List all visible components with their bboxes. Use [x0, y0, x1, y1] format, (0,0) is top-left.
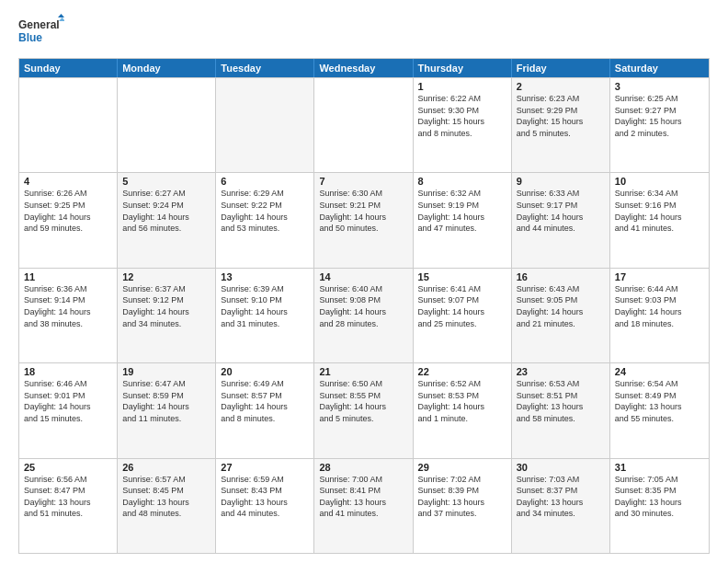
calendar-row-4: 18Sunrise: 6:46 AMSunset: 9:01 PMDayligh…	[19, 362, 709, 457]
logo: General Blue	[18, 14, 64, 51]
day-number: 14	[319, 271, 407, 282]
day-number: 9	[517, 176, 605, 187]
day-info: Sunrise: 6:49 AMSunset: 8:57 PMDaylight:…	[221, 378, 309, 424]
calendar-cell: 31Sunrise: 7:05 AMSunset: 8:35 PMDayligh…	[610, 459, 709, 553]
calendar-body: 1Sunrise: 6:22 AMSunset: 9:30 PMDaylight…	[19, 77, 709, 553]
day-number: 20	[221, 366, 309, 377]
day-number: 8	[418, 176, 506, 187]
day-info: Sunrise: 6:27 AMSunset: 9:24 PMDaylight:…	[122, 188, 210, 234]
day-number: 17	[615, 271, 704, 282]
weekday-header-thursday: Thursday	[414, 59, 512, 77]
calendar-cell	[19, 78, 118, 172]
day-info: Sunrise: 6:47 AMSunset: 8:59 PMDaylight:…	[122, 378, 210, 424]
day-info: Sunrise: 6:25 AMSunset: 9:27 PMDaylight:…	[615, 93, 704, 139]
day-number: 6	[221, 176, 309, 187]
day-number: 27	[221, 462, 309, 473]
weekday-header-friday: Friday	[512, 59, 610, 77]
day-number: 5	[122, 176, 210, 187]
calendar-cell: 15Sunrise: 6:41 AMSunset: 9:07 PMDayligh…	[414, 269, 512, 362]
day-number: 19	[122, 366, 210, 377]
calendar-cell: 6Sunrise: 6:29 AMSunset: 9:22 PMDaylight…	[216, 173, 314, 267]
day-info: Sunrise: 6:30 AMSunset: 9:21 PMDaylight:…	[319, 188, 407, 234]
calendar-cell: 26Sunrise: 6:57 AMSunset: 8:45 PMDayligh…	[118, 459, 216, 553]
day-info: Sunrise: 6:22 AMSunset: 9:30 PMDaylight:…	[418, 93, 506, 139]
day-info: Sunrise: 6:53 AMSunset: 8:51 PMDaylight:…	[517, 378, 605, 424]
day-number: 30	[517, 462, 605, 473]
calendar-cell: 29Sunrise: 7:02 AMSunset: 8:39 PMDayligh…	[414, 459, 512, 553]
calendar-cell: 4Sunrise: 6:26 AMSunset: 9:25 PMDaylight…	[19, 173, 118, 267]
calendar-cell: 27Sunrise: 6:59 AMSunset: 8:43 PMDayligh…	[216, 459, 314, 553]
day-info: Sunrise: 6:43 AMSunset: 9:05 PMDaylight:…	[517, 283, 605, 329]
svg-marker-3	[59, 17, 64, 21]
weekday-header-tuesday: Tuesday	[216, 59, 314, 77]
day-info: Sunrise: 6:34 AMSunset: 9:16 PMDaylight:…	[615, 188, 704, 234]
day-info: Sunrise: 7:05 AMSunset: 8:35 PMDaylight:…	[615, 474, 704, 520]
calendar-cell: 14Sunrise: 6:40 AMSunset: 9:08 PMDayligh…	[314, 269, 413, 362]
day-number: 26	[122, 462, 210, 473]
page: General Blue SundayMondayTuesdayWednesda…	[0, 0, 728, 563]
day-number: 31	[615, 462, 704, 473]
day-number: 4	[24, 176, 112, 187]
calendar-cell: 24Sunrise: 6:54 AMSunset: 8:49 PMDayligh…	[610, 363, 709, 457]
calendar-row-1: 1Sunrise: 6:22 AMSunset: 9:30 PMDaylight…	[19, 77, 709, 172]
calendar: SundayMondayTuesdayWednesdayThursdayFrid…	[18, 58, 710, 554]
calendar-cell: 1Sunrise: 6:22 AMSunset: 9:30 PMDaylight…	[414, 78, 512, 172]
svg-text:Blue: Blue	[18, 31, 42, 44]
day-info: Sunrise: 6:54 AMSunset: 8:49 PMDaylight:…	[615, 378, 704, 424]
day-info: Sunrise: 6:39 AMSunset: 9:10 PMDaylight:…	[221, 283, 309, 329]
day-info: Sunrise: 6:32 AMSunset: 9:19 PMDaylight:…	[418, 188, 506, 234]
logo-svg: General Blue	[18, 14, 64, 51]
calendar-row-3: 11Sunrise: 6:36 AMSunset: 9:14 PMDayligh…	[19, 268, 709, 362]
day-number: 28	[319, 462, 407, 473]
calendar-cell: 23Sunrise: 6:53 AMSunset: 8:51 PMDayligh…	[512, 363, 610, 457]
day-info: Sunrise: 6:40 AMSunset: 9:08 PMDaylight:…	[319, 283, 407, 329]
day-number: 1	[418, 81, 506, 92]
day-number: 13	[221, 271, 309, 282]
day-info: Sunrise: 7:02 AMSunset: 8:39 PMDaylight:…	[418, 474, 506, 520]
day-info: Sunrise: 6:33 AMSunset: 9:17 PMDaylight:…	[517, 188, 605, 234]
day-info: Sunrise: 6:56 AMSunset: 8:47 PMDaylight:…	[24, 474, 112, 520]
calendar-cell: 17Sunrise: 6:44 AMSunset: 9:03 PMDayligh…	[610, 269, 709, 362]
calendar-cell: 9Sunrise: 6:33 AMSunset: 9:17 PMDaylight…	[512, 173, 610, 267]
calendar-cell: 10Sunrise: 6:34 AMSunset: 9:16 PMDayligh…	[610, 173, 709, 267]
calendar-cell: 18Sunrise: 6:46 AMSunset: 9:01 PMDayligh…	[19, 363, 118, 457]
day-number: 2	[517, 81, 605, 92]
day-number: 10	[615, 176, 704, 187]
day-number: 22	[418, 366, 506, 377]
day-info: Sunrise: 6:59 AMSunset: 8:43 PMDaylight:…	[221, 474, 309, 520]
svg-marker-2	[58, 14, 64, 17]
day-info: Sunrise: 6:23 AMSunset: 9:29 PMDaylight:…	[517, 93, 605, 139]
day-info: Sunrise: 6:36 AMSunset: 9:14 PMDaylight:…	[24, 283, 112, 329]
day-info: Sunrise: 6:44 AMSunset: 9:03 PMDaylight:…	[615, 283, 704, 329]
day-info: Sunrise: 6:41 AMSunset: 9:07 PMDaylight:…	[418, 283, 506, 329]
day-info: Sunrise: 6:37 AMSunset: 9:12 PMDaylight:…	[122, 283, 210, 329]
day-info: Sunrise: 6:52 AMSunset: 8:53 PMDaylight:…	[418, 378, 506, 424]
day-info: Sunrise: 6:50 AMSunset: 8:55 PMDaylight:…	[319, 378, 407, 424]
calendar-row-5: 25Sunrise: 6:56 AMSunset: 8:47 PMDayligh…	[19, 458, 709, 553]
calendar-cell: 3Sunrise: 6:25 AMSunset: 9:27 PMDaylight…	[610, 78, 709, 172]
calendar-cell: 30Sunrise: 7:03 AMSunset: 8:37 PMDayligh…	[512, 459, 610, 553]
calendar-cell: 28Sunrise: 7:00 AMSunset: 8:41 PMDayligh…	[314, 459, 413, 553]
day-number: 18	[24, 366, 112, 377]
calendar-cell	[118, 78, 216, 172]
calendar-row-2: 4Sunrise: 6:26 AMSunset: 9:25 PMDaylight…	[19, 172, 709, 267]
calendar-cell: 12Sunrise: 6:37 AMSunset: 9:12 PMDayligh…	[118, 269, 216, 362]
calendar-cell: 16Sunrise: 6:43 AMSunset: 9:05 PMDayligh…	[512, 269, 610, 362]
weekday-header-wednesday: Wednesday	[314, 59, 413, 77]
day-number: 24	[615, 366, 704, 377]
day-number: 16	[517, 271, 605, 282]
day-info: Sunrise: 6:26 AMSunset: 9:25 PMDaylight:…	[24, 188, 112, 234]
calendar-cell: 7Sunrise: 6:30 AMSunset: 9:21 PMDaylight…	[314, 173, 413, 267]
calendar-cell: 19Sunrise: 6:47 AMSunset: 8:59 PMDayligh…	[118, 363, 216, 457]
calendar-cell: 11Sunrise: 6:36 AMSunset: 9:14 PMDayligh…	[19, 269, 118, 362]
day-number: 23	[517, 366, 605, 377]
weekday-header-sunday: Sunday	[19, 59, 118, 77]
day-info: Sunrise: 7:03 AMSunset: 8:37 PMDaylight:…	[517, 474, 605, 520]
calendar-cell	[314, 78, 413, 172]
day-number: 25	[24, 462, 112, 473]
svg-text:General: General	[18, 18, 60, 31]
calendar-cell: 20Sunrise: 6:49 AMSunset: 8:57 PMDayligh…	[216, 363, 314, 457]
day-info: Sunrise: 6:46 AMSunset: 9:01 PMDaylight:…	[24, 378, 112, 424]
calendar-cell: 8Sunrise: 6:32 AMSunset: 9:19 PMDaylight…	[414, 173, 512, 267]
day-number: 7	[319, 176, 407, 187]
